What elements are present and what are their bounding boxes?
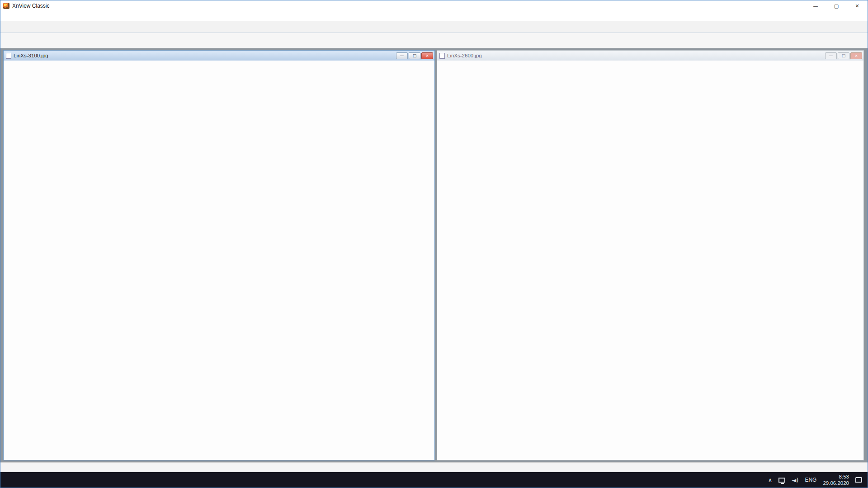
toolbar bbox=[0, 33, 868, 48]
close-button[interactable]: ✕ bbox=[847, 0, 868, 11]
maximize-button[interactable]: ▢ bbox=[826, 0, 847, 11]
child-title: LinXs-2600.jpg bbox=[447, 53, 482, 58]
child-maximize-button[interactable]: □ bbox=[409, 52, 420, 59]
tray-date: 29.06.2020 bbox=[823, 480, 849, 486]
clock[interactable]: 8:53 29.06.2020 bbox=[823, 474, 849, 487]
image-canvas-linxs-3100 bbox=[4, 61, 434, 460]
child-minimize-button[interactable]: — bbox=[825, 52, 837, 59]
taskbar: ∧ ◄) ENG 8:53 29.06.2020 bbox=[0, 472, 868, 488]
child-close-button[interactable]: × bbox=[850, 52, 862, 59]
child-title: LinXs-3100.jpg bbox=[14, 53, 48, 58]
xnview-logo-icon bbox=[3, 3, 9, 9]
tray-chevron-icon[interactable]: ∧ bbox=[768, 477, 773, 483]
network-icon[interactable] bbox=[778, 478, 785, 483]
menubar bbox=[0, 11, 868, 21]
language-indicator[interactable]: ENG bbox=[805, 477, 816, 483]
image-canvas-linxs-2600 bbox=[437, 61, 863, 460]
tabbar bbox=[0, 21, 868, 33]
image-file-icon bbox=[439, 53, 445, 59]
mdi-area: LinXs-3100.jpg — □ × LinXs-2600.jpg — □ … bbox=[0, 48, 868, 462]
child-close-button[interactable]: × bbox=[421, 52, 433, 59]
xnview-window: XnView Classic — ▢ ✕ LinXs-3100.jpg — □ … bbox=[0, 0, 868, 488]
image-file-icon bbox=[6, 53, 11, 59]
app-titlebar: XnView Classic — ▢ ✕ bbox=[0, 0, 868, 11]
app-title: XnView Classic bbox=[12, 3, 49, 9]
minimize-button[interactable]: — bbox=[805, 0, 826, 11]
volume-icon[interactable]: ◄) bbox=[792, 477, 798, 483]
image-window-linxs-3100: LinXs-3100.jpg — □ × bbox=[3, 50, 435, 460]
action-center-icon[interactable] bbox=[855, 477, 862, 483]
tray-time: 8:53 bbox=[823, 474, 849, 480]
child-maximize-button[interactable]: □ bbox=[838, 52, 849, 59]
statusbar bbox=[0, 462, 868, 472]
image-window-linxs-2600: LinXs-2600.jpg — □ × bbox=[437, 50, 864, 460]
child-titlebar[interactable]: LinXs-2600.jpg — □ × bbox=[437, 51, 863, 61]
child-titlebar[interactable]: LinXs-3100.jpg — □ × bbox=[4, 51, 434, 61]
child-minimize-button[interactable]: — bbox=[396, 52, 408, 59]
system-tray: ∧ ◄) ENG 8:53 29.06.2020 bbox=[768, 472, 868, 488]
